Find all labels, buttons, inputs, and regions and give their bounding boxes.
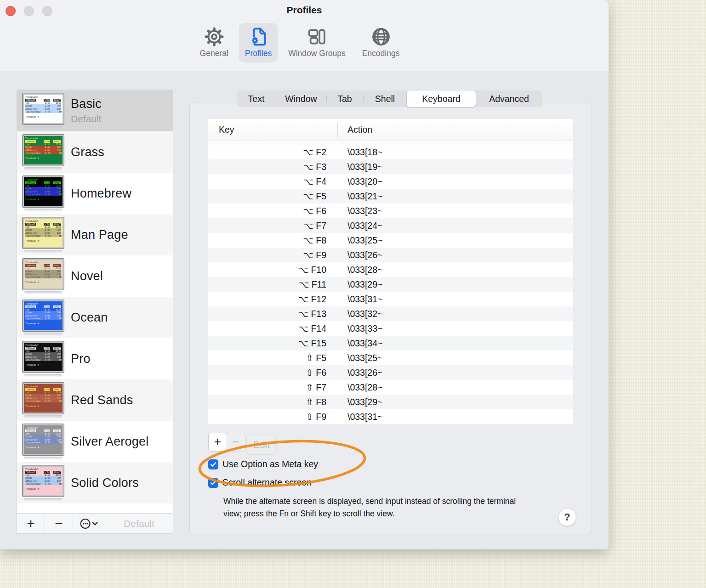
settings-tab[interactable]: Keyboard — [407, 90, 476, 107]
key-cell: ⇧ F5 — [208, 353, 337, 363]
key-mapping-row[interactable]: ⌥ F9 \033[26~ — [208, 248, 573, 262]
key-mapping-row[interactable]: ⌥ F7 \033[24~ — [208, 218, 573, 233]
thumb-process-rows: top4.1%231K Xcode1.4%78M ATSServer — [25, 267, 61, 278]
key-cell: ⌥ F4 — [208, 176, 337, 187]
profile-name: Homebrew — [71, 187, 131, 201]
key-mapping-row[interactable]: ⌥ F13 \033[32~ — [208, 306, 573, 321]
toolbar-item-general[interactable]: General — [194, 23, 234, 62]
key-cell: ⌥ F14 — [208, 323, 337, 334]
thumb-title: Terminal# — [25, 302, 61, 305]
action-cell: \033[31~ — [337, 412, 573, 422]
key-cell: ⌥ F6 — [208, 206, 337, 216]
thumb-prompt: Terminal # — [25, 446, 61, 449]
set-default-button[interactable]: Default — [105, 514, 173, 533]
toolbar-item-window-groups[interactable]: Window Groups — [282, 23, 352, 62]
profile-list-item[interactable]: Terminal# COMMAND %CPU RPRVT — [17, 462, 173, 503]
key-cell: ⌥ F3 — [208, 162, 337, 172]
profile-list-item[interactable]: Terminal# COMMAND %CPU RPRVT — [17, 90, 173, 131]
key-mapping-row[interactable]: ⌥ F15 \033[34~ — [208, 336, 573, 351]
profile-name: Basic — [71, 97, 102, 111]
key-cell: ⌥ F12 — [208, 294, 337, 305]
profile-list-item[interactable]: Terminal# COMMAND %CPU RPRVT — [17, 131, 173, 173]
key-mapping-row[interactable]: ⌥ F6 \033[23~ — [208, 204, 573, 218]
key-mapping-row[interactable]: ⌥ F4 \033[20~ — [208, 174, 573, 189]
preferences-window: Profiles General — [0, 0, 609, 549]
remove-key-mapping-button[interactable]: − — [227, 433, 245, 452]
key-mapping-row[interactable]: ⌥ F2 \033[18~ — [208, 145, 573, 159]
profile-actions-menu-button[interactable] — [73, 514, 105, 533]
profile-list-item[interactable]: Terminal# COMMAND %CPU RPRVT — [17, 214, 173, 255]
profile-name: Pro — [71, 352, 91, 366]
settings-tab[interactable]: Shell — [363, 90, 407, 107]
window-title: Profiles — [0, 5, 609, 16]
key-cell: ⌥ F9 — [208, 250, 337, 260]
checkbox-label: Scroll alternate screen — [222, 477, 312, 488]
thumb-prompt: Terminal # — [25, 281, 61, 283]
column-header-key[interactable]: Key — [219, 124, 234, 135]
key-cell: ⌥ F15 — [208, 338, 337, 349]
column-header-action[interactable]: Action — [347, 124, 372, 135]
profile-list-item[interactable]: Terminal# COMMAND %CPU RPRVT — [17, 379, 173, 421]
profile-name: Silver Aerogel — [71, 435, 148, 449]
key-mapping-row[interactable]: ⌥ F12 \033[31~ — [208, 292, 573, 306]
thumb-title: Terminal# — [25, 220, 61, 222]
action-cell: \033[34~ — [337, 338, 573, 349]
thumb-title: Terminal# — [25, 96, 61, 98]
key-mapping-row[interactable]: ⇧ F5 \033[25~ — [208, 351, 573, 365]
profile-list: Terminal# COMMAND %CPU RPRVT — [17, 90, 173, 513]
add-profile-button[interactable]: + — [17, 514, 45, 533]
thumb-process-rows: top4.1%231K Xcode1.4%78M ATSServer — [25, 350, 61, 361]
scroll-alternate-screen-checkbox[interactable] — [208, 478, 218, 488]
settings-tab[interactable]: Text — [237, 90, 276, 107]
profile-list-item[interactable]: Terminal# COMMAND %CPU RPRVT — [17, 255, 173, 297]
key-mapping-row[interactable]: ⌥ F10 \033[28~ — [208, 262, 573, 277]
thumb-prompt: Terminal # — [25, 115, 61, 118]
action-cell: \033[24~ — [337, 220, 573, 231]
remove-profile-button[interactable]: − — [45, 514, 73, 533]
action-cell: \033[23~ — [337, 206, 573, 216]
help-button[interactable]: ? — [558, 509, 576, 526]
thumb-prompt: Terminal # — [25, 405, 61, 407]
key-cell: ⇧ F6 — [208, 368, 337, 378]
profile-list-item[interactable]: Terminal# COMMAND %CPU RPRVT — [17, 338, 173, 379]
thumb-prompt: Terminal # — [25, 363, 61, 366]
add-key-mapping-button[interactable]: + — [208, 433, 227, 452]
key-cell: ⌥ F13 — [208, 309, 337, 319]
profile-list-item[interactable]: Terminal# COMMAND %CPU RPRVT — [17, 421, 173, 462]
key-mapping-row[interactable]: ⌥ F11 \033[29~ — [208, 277, 573, 292]
key-mapping-row[interactable]: ⌥ F8 \033[25~ — [208, 233, 573, 248]
thumb-process-rows: top4.1%231K Xcode1.4%78M ATSServer — [25, 184, 61, 196]
toolbar-item-profiles[interactable]: Profiles — [239, 23, 278, 62]
key-mapping-row[interactable]: ⇧ F7 \033[28~ — [208, 380, 573, 395]
key-mapping-row[interactable]: ⌥ F3 \033[19~ — [208, 159, 573, 174]
profile-name: Red Sands — [71, 393, 133, 407]
key-mapping-row[interactable]: ⌥ F14 \033[33~ — [208, 321, 573, 336]
key-mapping-row[interactable]: ⇧ F9 \033[31~ — [208, 409, 573, 424]
settings-tab[interactable]: Window — [276, 90, 326, 107]
thumb-title: Terminal# — [25, 426, 61, 429]
checkmark-icon — [210, 479, 217, 486]
thumb-process-rows: top4.1%231K Xcode1.4%78M ATSServer — [25, 102, 61, 113]
toolbar-item-encodings[interactable]: Encodings — [356, 23, 406, 62]
table-header: Key Action — [208, 119, 573, 141]
settings-tab[interactable]: Advanced — [476, 90, 542, 107]
thumb-title: Terminal# — [25, 468, 61, 470]
profile-list-item[interactable]: Terminal# COMMAND %CPU RPRVT — [17, 297, 173, 338]
edit-key-mapping-button[interactable]: Edit — [246, 435, 277, 455]
settings-tab[interactable]: Tab — [326, 90, 363, 107]
thumb-title: Terminal# — [25, 137, 61, 140]
key-mapping-row[interactable]: ⇧ F8 \033[29~ — [208, 395, 573, 409]
key-cell: ⌥ F2 — [208, 147, 337, 158]
key-mapping-row[interactable]: ⇧ F6 \033[26~ — [208, 365, 573, 380]
checkmark-icon — [210, 461, 217, 468]
action-cell: \033[26~ — [337, 250, 573, 260]
profile-thumbnail: Terminal# COMMAND %CPU RPRVT — [22, 217, 64, 253]
thumb-prompt: Terminal # — [25, 239, 61, 242]
profile-list-item[interactable]: Terminal# COMMAND %CPU RPRVT — [17, 173, 173, 214]
thumb-process-rows: top4.1%231K Xcode1.4%78M ATSServer — [25, 391, 61, 402]
thumb-title: Terminal# — [25, 344, 61, 346]
key-mapping-row[interactable]: ⌥ F5 \033[21~ — [208, 189, 573, 204]
use-option-as-meta-key-checkbox[interactable] — [208, 459, 218, 469]
profile-name: Grass — [71, 145, 104, 159]
profile-thumbnail: Terminal# COMMAND %CPU RPRVT — [22, 424, 64, 460]
